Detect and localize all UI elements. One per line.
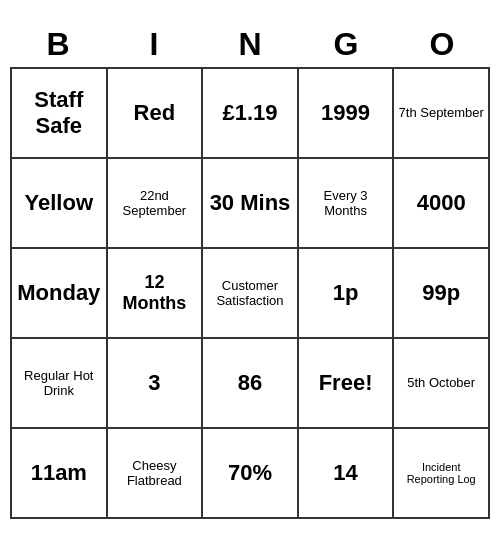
bingo-cell: 86 (202, 338, 298, 428)
bingo-container: BINGO Staff SafeRed£1.1919997th Septembe… (10, 26, 490, 519)
bingo-cell: 5th October (393, 338, 489, 428)
bingo-grid: Staff SafeRed£1.1919997th SeptemberYello… (10, 67, 490, 519)
bingo-cell: 30 Mins (202, 158, 298, 248)
table-row: Staff SafeRed£1.1919997th September (11, 68, 489, 158)
bingo-cell: 11am (11, 428, 107, 518)
header-letter: N (202, 26, 298, 63)
bingo-header: BINGO (10, 26, 490, 63)
bingo-cell: Incident Reporting Log (393, 428, 489, 518)
header-letter: O (394, 26, 490, 63)
bingo-cell: Customer Satisfaction (202, 248, 298, 338)
bingo-cell: 7th September (393, 68, 489, 158)
bingo-cell: 99p (393, 248, 489, 338)
bingo-cell: Monday (11, 248, 107, 338)
table-row: Yellow22nd September30 MinsEvery 3 Month… (11, 158, 489, 248)
bingo-cell: £1.19 (202, 68, 298, 158)
bingo-cell: 3 (107, 338, 203, 428)
header-letter: B (10, 26, 106, 63)
table-row: Regular Hot Drink386Free!5th October (11, 338, 489, 428)
bingo-cell: 70% (202, 428, 298, 518)
bingo-cell: 1999 (298, 68, 394, 158)
bingo-cell: Yellow (11, 158, 107, 248)
bingo-cell: 4000 (393, 158, 489, 248)
bingo-cell: 12 Months (107, 248, 203, 338)
bingo-cell: Free! (298, 338, 394, 428)
bingo-cell: 1p (298, 248, 394, 338)
bingo-cell: 14 (298, 428, 394, 518)
table-row: 11amCheesy Flatbread70%14Incident Report… (11, 428, 489, 518)
bingo-cell: Staff Safe (11, 68, 107, 158)
header-letter: I (106, 26, 202, 63)
bingo-cell: Red (107, 68, 203, 158)
bingo-cell: Cheesy Flatbread (107, 428, 203, 518)
bingo-cell: Regular Hot Drink (11, 338, 107, 428)
header-letter: G (298, 26, 394, 63)
bingo-cell: 22nd September (107, 158, 203, 248)
table-row: Monday12 MonthsCustomer Satisfaction1p99… (11, 248, 489, 338)
bingo-cell: Every 3 Months (298, 158, 394, 248)
